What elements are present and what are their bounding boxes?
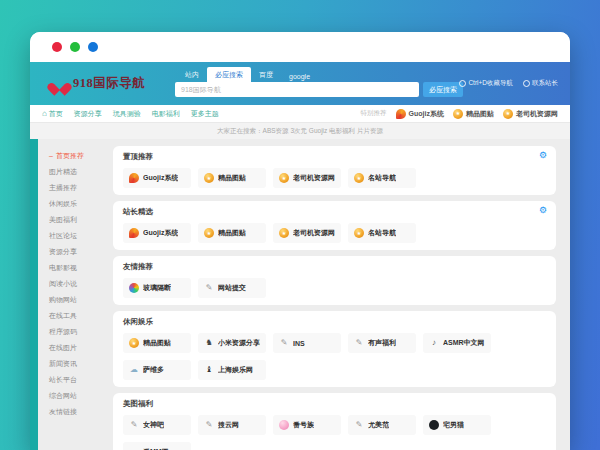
site-card-label: 名站导航: [368, 228, 396, 238]
sidebar-item-friends[interactable]: 友情链接: [49, 404, 107, 420]
badge-label: 老司机资源网: [516, 109, 558, 119]
pencil-icon: [129, 420, 139, 430]
site-card[interactable]: 老司机资源网: [273, 223, 341, 243]
gold-medal-icon: [503, 109, 513, 119]
site-card[interactable]: 精品图贴: [198, 223, 266, 243]
left-accent-strip: [30, 139, 38, 450]
search-input[interactable]: [175, 82, 419, 97]
site-card-label: 玻璃隔断: [143, 283, 171, 293]
bookmark-link[interactable]: Ctrl+D收藏导航: [459, 79, 513, 88]
contact-link[interactable]: 联系站长: [523, 79, 558, 88]
sidebar-item-forum[interactable]: 社区论坛: [49, 228, 107, 244]
nav-item-resources[interactable]: 资源分享: [74, 109, 102, 119]
nav-item-more[interactable]: 更多主题: [191, 109, 219, 119]
tab-bing-search[interactable]: 必应搜索: [207, 67, 251, 82]
sidebar-item-online-pics[interactable]: 在线图片: [49, 340, 107, 356]
black-cat-icon: [429, 420, 439, 430]
sidebar-item-fun[interactable]: 休闲娱乐: [49, 196, 107, 212]
tab-site-search[interactable]: 站内: [177, 67, 207, 82]
sidebar-item-movies[interactable]: 电影影视: [49, 260, 107, 276]
site-card-label: 小米资源分享网: [218, 338, 260, 348]
nav-item-home[interactable]: 首页: [42, 109, 63, 119]
sidebar-item-reading[interactable]: 阅读小说: [49, 276, 107, 292]
music-note-icon: [429, 338, 439, 348]
window-minimize-button[interactable]: [70, 42, 80, 52]
site-card[interactable]: INS: [273, 333, 341, 353]
site-card[interactable]: Guojiz系统: [123, 168, 191, 188]
site-card[interactable]: 精品图贴: [123, 333, 191, 353]
sidebar-item-share[interactable]: 资源分享: [49, 244, 107, 260]
section-title: 置顶推荐: [123, 152, 546, 161]
dark-figure-icon: [204, 338, 214, 348]
site-card[interactable]: ASMR中文网: [423, 333, 491, 353]
site-card[interactable]: 女神吧: [123, 415, 191, 435]
site-card[interactable]: 名站导航: [348, 168, 416, 188]
browser-window: 918国际导航 站内 必应搜索 百度 google 必应搜索 Ctrl+D收藏导…: [30, 32, 570, 450]
tab-baidu-search[interactable]: 百度: [251, 67, 281, 82]
site-card[interactable]: 老司机资源网: [273, 168, 341, 188]
nav-item-label: 首页: [49, 109, 63, 119]
settings-icon[interactable]: [539, 206, 547, 215]
section-friend-recommend: 友情推荐 玻璃隔断 网站提交: [113, 256, 556, 305]
tab-google-search[interactable]: google: [281, 70, 318, 82]
site-card[interactable]: 番号族: [273, 415, 341, 435]
gold-medal-icon: [279, 228, 289, 238]
sidebar-item-home[interactable]: 首页推荐: [49, 148, 107, 164]
sidebar-item-general[interactable]: 综合网站: [49, 388, 107, 404]
site-card[interactable]: 搜云网: [198, 415, 266, 435]
sidebar-item-code[interactable]: 程序源码: [49, 324, 107, 340]
badge-driver-resources[interactable]: 老司机资源网: [503, 109, 558, 119]
gold-medal-icon: [279, 173, 289, 183]
gold-medal-icon: [204, 173, 214, 183]
contact-link-label: 联系站长: [532, 79, 558, 88]
window-close-button[interactable]: [52, 42, 62, 52]
window-maximize-button[interactable]: [88, 42, 98, 52]
sidebar-item-tools[interactable]: 在线工具: [49, 308, 107, 324]
sidebar-item-shopping[interactable]: 购物网站: [49, 292, 107, 308]
site-card-label: 老司机资源网: [293, 228, 335, 238]
site-card[interactable]: 萨维多: [123, 360, 191, 380]
settings-icon[interactable]: [539, 151, 547, 160]
search-area: 站内 必应搜索 百度 google 必应搜索: [175, 69, 463, 97]
sidebar-item-pics[interactable]: 图片精选: [49, 164, 107, 180]
site-card[interactable]: 小米资源分享网: [198, 333, 266, 353]
section-top-recommend: 置顶推荐 Guojiz系统 精品图贴 老司机资源网 名站导航: [113, 146, 556, 195]
site-card[interactable]: 精品图贴: [198, 168, 266, 188]
site-card[interactable]: 尤美范: [348, 415, 416, 435]
nav-right-items: 特别推荐 Guojiz系统 精品图贴 老司机资源网: [361, 109, 558, 119]
site-card-label: 萨维多: [143, 365, 164, 375]
card-grid: 玻璃隔断 网站提交: [123, 278, 546, 298]
trending-search-text: 大家正在搜索：ABS资源 3次元 Guojiz 电影福利 片片资源: [217, 127, 383, 136]
site-logo[interactable]: 918国际导航: [30, 75, 170, 92]
search-button[interactable]: 必应搜索: [423, 82, 463, 97]
circle-icon: [459, 80, 466, 87]
sidebar-item-news[interactable]: 新闻资讯: [49, 356, 107, 372]
pencil-icon: [354, 420, 364, 430]
section-title: 站长精选: [123, 207, 546, 216]
site-card-label: 网站提交: [218, 283, 246, 293]
sidebar-item-beauty[interactable]: 美图福利: [49, 212, 107, 228]
desktop-background: 918国际导航 站内 必应搜索 百度 google 必应搜索 Ctrl+D收藏导…: [0, 0, 600, 450]
gold-medal-icon: [204, 228, 214, 238]
nav-item-toys[interactable]: 玩具测验: [113, 109, 141, 119]
site-title: 918国际导航: [73, 75, 145, 92]
site-card[interactable]: Guojiz系统: [123, 223, 191, 243]
badge-label: 精品图贴: [466, 109, 494, 119]
badge-guojiz[interactable]: Guojiz系统: [396, 109, 444, 119]
badge-premium-pics[interactable]: 精品图贴: [453, 109, 494, 119]
nav-item-movies[interactable]: 电影福利: [152, 109, 180, 119]
sidebar-item-webmaster[interactable]: 站长平台: [49, 372, 107, 388]
site-card[interactable]: 上海娱乐网: [198, 360, 266, 380]
site-card[interactable]: 网站提交: [198, 278, 266, 298]
site-card[interactable]: 玻璃隔断: [123, 278, 191, 298]
site-card[interactable]: 有声福利: [348, 333, 416, 353]
site-card[interactable]: 名站导航: [348, 223, 416, 243]
site-card-label: 名站导航: [368, 173, 396, 183]
site-card[interactable]: 宅男猫: [423, 415, 491, 435]
pencil-icon: [279, 338, 289, 348]
site-card[interactable]: 爱MM图: [123, 442, 191, 450]
sidebar-item-live[interactable]: 主播推荐: [49, 180, 107, 196]
page-content: 首页推荐 图片精选 主播推荐 休闲娱乐 美图福利 社区论坛 资源分享 电影影视 …: [30, 139, 570, 450]
dark-figure-icon: [204, 365, 214, 375]
gold-medal-icon: [129, 338, 139, 348]
